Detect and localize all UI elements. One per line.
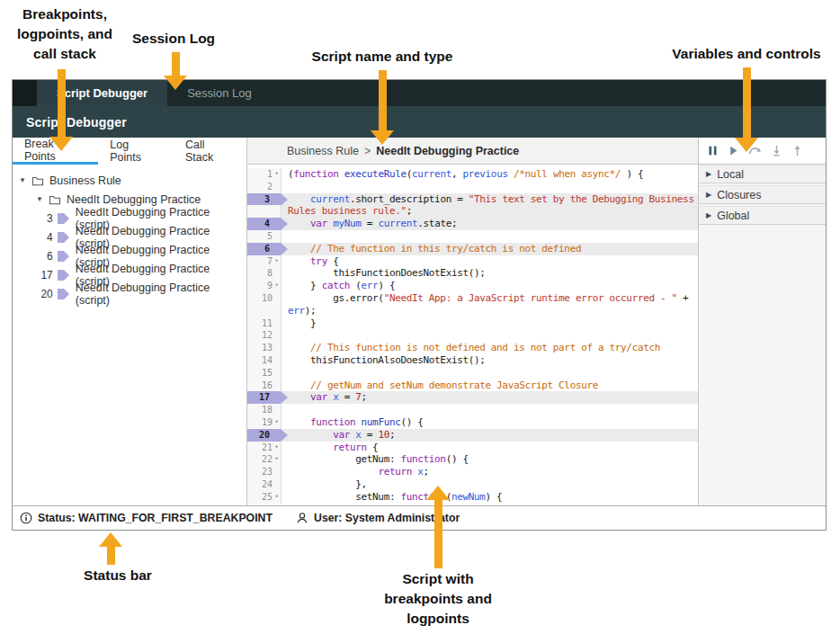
code-text[interactable]: } <box>281 317 698 330</box>
gutter-cell[interactable]: 19▾ <box>247 416 281 429</box>
gutter-cell[interactable]: 13 <box>247 342 281 354</box>
code-line[interactable]: 3 current.short_description = "This text… <box>247 193 698 206</box>
fold-arrow-icon[interactable]: ▾ <box>273 255 281 268</box>
gutter-cell[interactable]: 12 <box>247 329 281 342</box>
pause-icon[interactable] <box>707 145 719 156</box>
code-line[interactable]: 12 <box>247 329 698 342</box>
tab-log-points[interactable]: Log Points <box>98 138 174 165</box>
scope-local[interactable]: ▶Local <box>699 165 826 183</box>
gutter-cell[interactable]: 22▾ <box>247 453 281 466</box>
code-area[interactable]: 1▾(function executeRule(current, previou… <box>247 165 698 505</box>
code-line[interactable]: 18 <box>247 404 698 416</box>
gutter-cell[interactable]: 7▾ <box>247 255 281 268</box>
code-line[interactable]: 19▾ function numFunc() { <box>247 416 698 429</box>
code-line[interactable]: 22▾ getNum: function() { <box>247 453 698 466</box>
code-text[interactable]: var myNum = current.state; <box>281 218 698 230</box>
gutter-cell[interactable]: 11 <box>247 317 281 330</box>
code-text[interactable]: var x = 10; <box>281 429 698 442</box>
code-line[interactable]: 7▾ try { <box>247 255 698 268</box>
code-text[interactable] <box>281 329 698 342</box>
code-line[interactable]: 4 var myNum = current.state; <box>247 218 698 230</box>
gutter-breakpoint-icon[interactable]: 17 <box>247 391 281 404</box>
fold-arrow-icon[interactable]: ▾ <box>273 416 281 429</box>
gutter-cell[interactable]: 3 <box>247 193 281 206</box>
code-line[interactable]: 15 <box>247 367 698 380</box>
breakpoint-marker-icon[interactable] <box>58 289 69 299</box>
gutter-cell[interactable]: 2 <box>247 181 281 193</box>
code-line[interactable]: 24 }, <box>247 478 698 491</box>
tab-call-stack[interactable]: Call Stack <box>174 138 246 165</box>
gutter-cell[interactable]: 23 <box>247 466 281 478</box>
code-text[interactable] <box>281 367 698 380</box>
code-line[interactable]: 17 var x = 7; <box>247 391 698 404</box>
gutter-cell[interactable]: 20 <box>247 429 281 442</box>
gutter-cell[interactable]: 21▾ <box>247 442 281 454</box>
code-line[interactable]: 14 thisFunctionAlsoDoesNotExist(); <box>247 354 698 367</box>
code-text[interactable]: current.short_description = "This text s… <box>281 193 698 206</box>
code-text[interactable]: var x = 7; <box>281 391 698 404</box>
code-line[interactable]: 16 // getNum and setNum demonstrate Java… <box>247 380 698 392</box>
gutter-cell[interactable]: 4 <box>247 218 281 230</box>
fold-arrow-icon[interactable]: ▾ <box>273 280 281 292</box>
step-into-icon[interactable] <box>771 145 782 156</box>
code-line[interactable]: 10 gs.error("NeedIt App: a JavaScript ru… <box>247 292 698 305</box>
gutter-cell[interactable]: 9▾ <box>247 280 281 292</box>
code-line[interactable]: 2 <box>247 181 698 193</box>
code-text[interactable]: thisFunctionDoesNotExist(); <box>281 267 698 280</box>
gutter-cell[interactable]: 1▾ <box>247 168 281 181</box>
breadcrumb-parent[interactable]: Business Rule <box>287 145 359 157</box>
gutter-cell[interactable]: 5 <box>247 230 281 243</box>
gutter-cell[interactable]: 10 <box>247 292 281 305</box>
gutter-breakpoint-icon[interactable]: 3 <box>247 193 281 206</box>
code-line[interactable]: Rules business rule."; <box>247 205 698 218</box>
code-line[interactable]: 1▾(function executeRule(current, previou… <box>247 168 698 181</box>
code-text[interactable]: try { <box>281 255 698 268</box>
code-text[interactable]: setNum: function(newNum) { <box>281 491 698 504</box>
code-text[interactable] <box>281 230 698 243</box>
scope-closures[interactable]: ▶Closures <box>699 185 826 204</box>
code-text[interactable]: Rules business rule."; <box>281 205 698 218</box>
gutter-cell[interactable]: 6 <box>247 243 281 255</box>
code-line[interactable]: 6 // The function in this try/catch is n… <box>247 243 698 255</box>
gutter-cell[interactable]: 18 <box>247 404 281 416</box>
code-line[interactable]: 23 return x; <box>247 466 698 478</box>
code-text[interactable]: thisFunctionAlsoDoesNotExist(); <box>281 354 698 367</box>
code-line[interactable]: 13 // This function is not defined and i… <box>247 342 698 354</box>
collapse-triangle-icon[interactable]: ▼ <box>19 176 26 184</box>
gutter-breakpoint-icon[interactable]: 20 <box>247 429 281 442</box>
code-line[interactable]: 25▾ setNum: function(newNum) { <box>247 491 698 504</box>
code-line[interactable]: 9▾ } catch (err) { <box>247 280 698 292</box>
code-text[interactable]: gs.error("NeedIt App: a JavaScript runti… <box>281 292 698 305</box>
breakpoint-marker-icon[interactable] <box>58 213 69 224</box>
gutter-cell[interactable]: 14 <box>247 354 281 367</box>
gutter-cell[interactable]: 8 <box>247 267 281 280</box>
gutter-cell[interactable]: 15 <box>247 367 281 380</box>
code-text[interactable]: } catch (err) { <box>281 280 698 292</box>
fold-arrow-icon[interactable]: ▾ <box>273 453 281 466</box>
breakpoint-marker-icon[interactable] <box>58 232 69 243</box>
code-text[interactable]: return { <box>281 442 698 454</box>
breakpoint-marker-icon[interactable] <box>58 251 69 262</box>
gutter-cell[interactable]: 17 <box>247 391 281 404</box>
step-out-icon[interactable] <box>791 145 803 156</box>
code-line[interactable]: err); <box>247 305 698 317</box>
tree-folder-business-rule[interactable]: ▼Business Rule <box>13 171 246 190</box>
code-line[interactable]: 5 <box>247 230 698 243</box>
code-text[interactable]: // The function in this try/catch is not… <box>281 243 698 255</box>
code-line[interactable]: 20 var x = 10; <box>247 429 698 442</box>
breakpoint-marker-icon[interactable] <box>58 270 69 281</box>
collapse-triangle-icon[interactable]: ▼ <box>36 195 43 203</box>
fold-arrow-icon[interactable]: ▾ <box>273 491 281 504</box>
gutter-cell[interactable]: 16 <box>247 380 281 392</box>
gutter-breakpoint-icon[interactable]: 4 <box>247 218 281 230</box>
fold-arrow-icon[interactable]: ▾ <box>273 442 281 454</box>
code-text[interactable]: }, <box>281 478 698 491</box>
code-text[interactable]: err); <box>281 305 698 317</box>
code-line[interactable]: 11 } <box>247 317 698 330</box>
fold-arrow-icon[interactable]: ▾ <box>273 168 281 181</box>
code-text[interactable] <box>281 404 698 416</box>
code-text[interactable]: function numFunc() { <box>281 416 698 429</box>
gutter-cell[interactable] <box>247 305 281 317</box>
breakpoint-list-item[interactable]: 20NeedIt Debugging Practice (script) <box>13 284 246 303</box>
gutter-breakpoint-icon[interactable]: 6 <box>247 243 281 255</box>
